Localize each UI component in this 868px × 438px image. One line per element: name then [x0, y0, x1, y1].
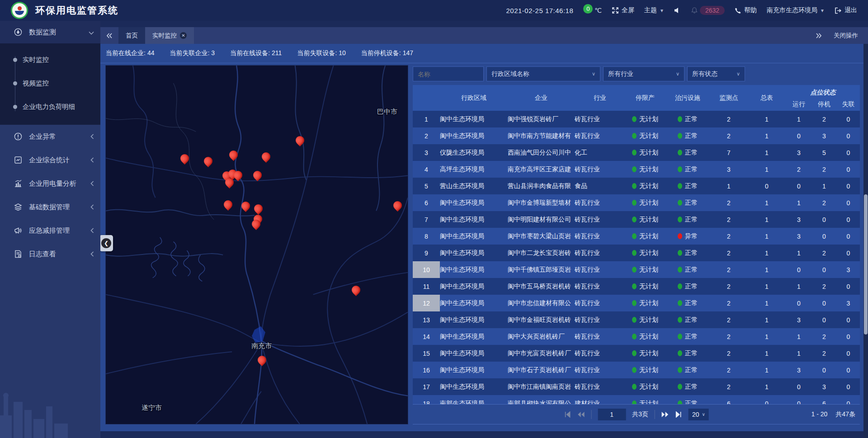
table-row[interactable]: 6阆中生态环境局阆中市金博瑞新型墙材砖瓦行业无计划正常21120: [413, 194, 860, 211]
table-row[interactable]: 1阆中生态环境局阆中强锐页岩砖厂砖瓦行业无计划正常21120: [413, 111, 860, 127]
cell-industry: 砖瓦行业: [575, 299, 625, 307]
col-header-3: 停限产: [625, 94, 665, 102]
sidebar-subitem-1[interactable]: 视频监控: [0, 71, 100, 95]
next-page-button[interactable]: [661, 411, 669, 418]
table-row[interactable]: 2阆中生态环境局阆中市南方节能建材有砖瓦行业无计划正常21030: [413, 127, 860, 144]
map-panel[interactable]: ❮ 巴中市南充市遂宁市: [105, 65, 408, 424]
cell-stop-status: 无计划: [625, 316, 665, 324]
cell-region: 阆中生态环境局: [440, 333, 508, 341]
cell-industry: 砖瓦行业: [575, 249, 625, 257]
cell-halt-count: 1: [811, 183, 837, 190]
sidebar-item-label: 企业综合统计: [29, 156, 70, 165]
sidebar-item-4[interactable]: 基础数据管理: [0, 195, 100, 219]
sidebar-item-0[interactable]: 数据监测: [0, 21, 100, 43]
sidebar-subitem-0[interactable]: 实时监控: [0, 48, 100, 71]
status-dot-icon: [678, 350, 682, 356]
fullscreen-button[interactable]: 全屏: [612, 6, 634, 14]
map-collapse-button[interactable]: ❮: [99, 235, 113, 251]
first-page-button[interactable]: [564, 411, 571, 418]
table-row[interactable]: 16阆中生态环境局阆中市石子页岩机砖厂砖瓦行业无计划正常21300: [413, 362, 860, 378]
cell-company: 阆中市光富页岩机砖厂: [508, 349, 575, 358]
chevron-down-icon: ∨: [736, 71, 740, 77]
cell-monitor-count: 2: [710, 199, 747, 207]
theme-dropdown[interactable]: 主题▼: [644, 6, 664, 14]
cell-monitor-count: 3: [710, 166, 747, 173]
sidebar-item-5[interactable]: 应急减排管理: [0, 219, 100, 242]
table-row[interactable]: 14阆中生态环境局阆中大兴页岩机砖厂砖瓦行业无计划正常21120: [413, 328, 860, 345]
chevron-down-icon: [89, 28, 94, 36]
cell-meter-count: 1: [747, 333, 786, 340]
window-scrollbar[interactable]: [863, 44, 868, 438]
main-content: 当前在线企业:44当前失联企业:3当前在线设备:211当前失联设备:10当前停机…: [100, 44, 868, 431]
stat-label: 当前失联企业:: [170, 49, 209, 57]
sidebar-subitem-2[interactable]: 企业电力负荷明细: [0, 95, 100, 118]
cell-industry: 砖瓦行业: [575, 316, 625, 324]
stat-label: 当前停机设备:: [361, 49, 401, 57]
table-row[interactable]: 9阆中生态环境局阆中市二龙长宝页岩砖砖瓦行业无计划正常21120: [413, 245, 860, 261]
table-row[interactable]: 8阆中生态环境局阆中市枣碧大梁山页岩砖瓦行业无计划异常21300: [413, 228, 860, 245]
status-dot-icon: [678, 367, 682, 373]
table-row[interactable]: 3仪陇生态环境局西南油气田分公司川中化工无计划正常71350: [413, 144, 860, 161]
region-select[interactable]: 行政区域名称∨: [486, 66, 600, 81]
sidebar-item-1[interactable]: 企业异常: [0, 125, 100, 148]
close-operations-button[interactable]: 关闭操作: [834, 32, 858, 40]
tab-close-icon[interactable]: ✕: [180, 32, 187, 39]
status-dot-icon: [678, 133, 682, 139]
cell-company: 阆中明阳建材有限公司: [508, 216, 575, 224]
cell-company: 营山县润丰肉食品有限: [508, 182, 575, 190]
cell-lost-count: 0: [837, 367, 860, 374]
cell-monitor-count: 2: [710, 350, 747, 357]
notifications[interactable]: 2632: [691, 6, 725, 15]
table-row[interactable]: 7阆中生态环境局阆中明阳建材有限公司砖瓦行业无计划正常21300: [413, 211, 860, 228]
prev-page-button[interactable]: [577, 411, 585, 418]
cell-stop-status: 无计划: [625, 299, 665, 307]
tab-1[interactable]: 实时监控✕: [145, 27, 194, 44]
cell-industry: 砖瓦行业: [575, 232, 625, 240]
table-row[interactable]: 13阆中生态环境局阆中市金福旺页岩机砖砖瓦行业无计划正常21300: [413, 311, 860, 328]
sidebar-item-6[interactable]: 日志查看: [0, 242, 100, 266]
tab-0[interactable]: 首页: [118, 27, 145, 44]
help-button[interactable]: 帮助: [735, 6, 757, 14]
cell-meter-count: 1: [747, 132, 786, 140]
cell-company: 阆中市石子页岩机砖厂: [508, 366, 575, 374]
table-row[interactable]: 4高坪生态环境局南充市高坪区王家店建砖瓦行业无计划正常31220: [413, 161, 860, 178]
table-row[interactable]: 10阆中生态环境局阆中千佛镇五郎垭页岩砖瓦行业无计划正常21003: [413, 261, 860, 278]
sidebar-item-2[interactable]: 企业综合统计: [0, 148, 100, 172]
skyline-decoration: [0, 384, 100, 438]
volume-button[interactable]: [674, 7, 681, 14]
map-roads: [106, 66, 408, 424]
name-search-input[interactable]: [413, 66, 484, 81]
tabs-scroll-left-button[interactable]: [100, 27, 118, 44]
last-page-button[interactable]: [675, 411, 682, 418]
cell-halt-count: 2: [811, 250, 837, 257]
table-row[interactable]: 18南部生态环境局南部县砌块水泥有限公建材行业无计划正常60060: [413, 395, 860, 404]
sidebar-item-3[interactable]: 企业用电量分析: [0, 172, 100, 195]
industry-select[interactable]: 所有行业∨: [603, 66, 684, 81]
table-row[interactable]: 5营山生态环境局营山县润丰肉食品有限食品无计划正常10010: [413, 178, 860, 194]
org-dropdown[interactable]: 南充市生态环境局▼: [767, 6, 825, 14]
scrollbar-thumb[interactable]: [864, 194, 868, 334]
megaphone-icon: [14, 226, 23, 235]
name-search-field[interactable]: [418, 71, 479, 78]
status-dot-icon: [632, 367, 637, 373]
stat-item-1: 当前失联企业:3: [170, 49, 215, 57]
table-row[interactable]: 12阆中生态环境局阆中市忠信建材有限公砖瓦行业无计划正常21003: [413, 295, 860, 311]
cell-region: 阆中生态环境局: [440, 115, 508, 123]
col-header-6: 总表: [747, 94, 786, 102]
cell-halt-count: 3: [811, 132, 837, 140]
page-number-input[interactable]: [598, 409, 626, 420]
table-row[interactable]: 11阆中生态环境局阆中市五马桥页岩机砖砖瓦行业无计划正常21120: [413, 278, 860, 295]
cell-industry: 化工: [575, 149, 625, 157]
status-dot-icon: [632, 384, 637, 390]
table-row[interactable]: 15阆中生态环境局阆中市光富页岩机砖厂砖瓦行业无计划正常21120: [413, 345, 860, 362]
cell-industry: 砖瓦行业: [575, 199, 625, 207]
app-window: 环保用电监管系统 2021-02-25 17:46:18 0 ℃ 全屏 主题▼: [0, 0, 868, 438]
table-row[interactable]: 17阆中生态环境局阆中市江南镇阆南页岩砖瓦行业无计划正常21030: [413, 378, 860, 395]
tabs-scroll-right-button[interactable]: [816, 33, 822, 38]
status-select[interactable]: 所有状态∨: [687, 66, 745, 81]
stat-item-4: 当前停机设备:147: [361, 49, 413, 57]
cell-region: 阆中生态环境局: [440, 232, 508, 240]
logout-button[interactable]: 退出: [835, 6, 857, 14]
cell-lost-count: 0: [837, 400, 860, 405]
page-size-select[interactable]: 20∨: [689, 409, 709, 420]
